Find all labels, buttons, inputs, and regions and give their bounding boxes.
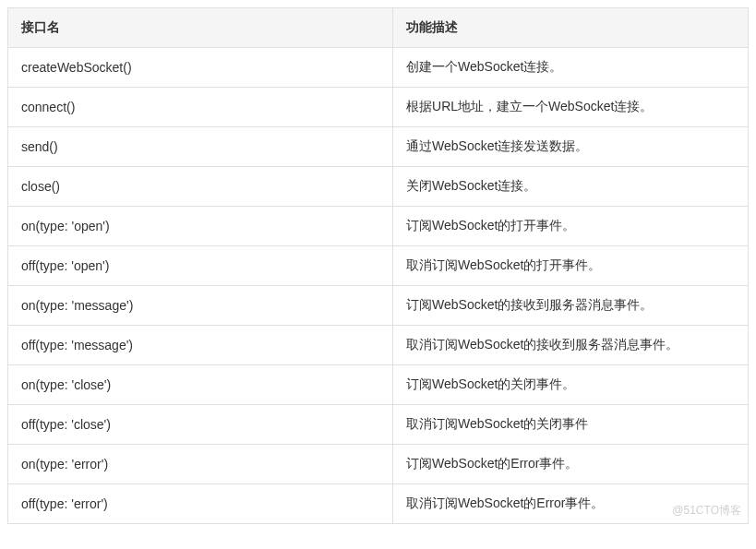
cell-description: 取消订阅WebSocket的打开事件。 xyxy=(393,246,749,286)
table-row: off(type: 'close') 取消订阅WebSocket的关闭事件 xyxy=(8,405,749,445)
api-table: 接口名 功能描述 createWebSocket() 创建一个WebSocket… xyxy=(7,7,749,524)
table-row: on(type: 'message') 订阅WebSocket的接收到服务器消息… xyxy=(8,286,749,326)
table-row: send() 通过WebSocket连接发送数据。 xyxy=(8,127,749,167)
header-description: 功能描述 xyxy=(393,8,749,48)
cell-interface-name: off(type: 'close') xyxy=(8,405,393,445)
cell-interface-name: off(type: 'error') xyxy=(8,484,393,524)
cell-description: 取消订阅WebSocket的关闭事件 xyxy=(393,405,749,445)
table-row: connect() 根据URL地址，建立一个WebSocket连接。 xyxy=(8,88,749,127)
table-row: off(type: 'message') 取消订阅WebSocket的接收到服务… xyxy=(8,326,749,365)
table-row: on(type: 'open') 订阅WebSocket的打开事件。 xyxy=(8,207,749,246)
cell-description: 订阅WebSocket的Error事件。 xyxy=(393,445,749,484)
table-row: close() 关闭WebSocket连接。 xyxy=(8,167,749,207)
cell-interface-name: off(type: 'open') xyxy=(8,246,393,286)
cell-interface-name: on(type: 'close') xyxy=(8,365,393,405)
table-row: on(type: 'error') 订阅WebSocket的Error事件。 xyxy=(8,445,749,484)
cell-interface-name: close() xyxy=(8,167,393,207)
cell-description: 关闭WebSocket连接。 xyxy=(393,167,749,207)
cell-description: 订阅WebSocket的关闭事件。 xyxy=(393,365,749,405)
table-body: createWebSocket() 创建一个WebSocket连接。 conne… xyxy=(8,48,749,524)
cell-interface-name: send() xyxy=(8,127,393,167)
cell-description: 订阅WebSocket的打开事件。 xyxy=(393,207,749,246)
table-row: off(type: 'open') 取消订阅WebSocket的打开事件。 xyxy=(8,246,749,286)
cell-description: 订阅WebSocket的接收到服务器消息事件。 xyxy=(393,286,749,326)
cell-interface-name: on(type: 'message') xyxy=(8,286,393,326)
cell-interface-name: on(type: 'open') xyxy=(8,207,393,246)
header-interface-name: 接口名 xyxy=(8,8,393,48)
table-header-row: 接口名 功能描述 xyxy=(8,8,749,48)
cell-description: 根据URL地址，建立一个WebSocket连接。 xyxy=(393,88,749,127)
cell-interface-name: createWebSocket() xyxy=(8,48,393,88)
cell-description: 取消订阅WebSocket的Error事件。 xyxy=(393,484,749,524)
cell-description: 创建一个WebSocket连接。 xyxy=(393,48,749,88)
table-row: createWebSocket() 创建一个WebSocket连接。 xyxy=(8,48,749,88)
cell-description: 通过WebSocket连接发送数据。 xyxy=(393,127,749,167)
cell-description: 取消订阅WebSocket的接收到服务器消息事件。 xyxy=(393,326,749,365)
cell-interface-name: off(type: 'message') xyxy=(8,326,393,365)
table-row: on(type: 'close') 订阅WebSocket的关闭事件。 xyxy=(8,365,749,405)
cell-interface-name: connect() xyxy=(8,88,393,127)
table-row: off(type: 'error') 取消订阅WebSocket的Error事件… xyxy=(8,484,749,524)
cell-interface-name: on(type: 'error') xyxy=(8,445,393,484)
